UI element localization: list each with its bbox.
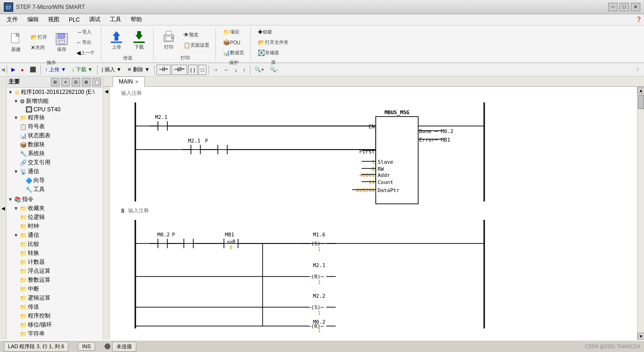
tree-item-newfunc[interactable]: ▼ ⚙ 新增功能 [7, 97, 103, 106]
tree-item-clock[interactable]: 📁 时钟 [7, 222, 103, 231]
tree-item-cpu[interactable]: 🔲 CPU ST40 [7, 106, 103, 113]
datapage-button[interactable]: 📊 数据页 [221, 48, 247, 58]
menu-plc[interactable]: PLC [64, 16, 84, 24]
tree-item-statechart[interactable]: 📊 状态图表 [7, 131, 103, 140]
zoom-out-button[interactable]: 🔍- [267, 65, 281, 75]
print-button[interactable]: 打印 [158, 27, 179, 53]
import-export-column: → 导入 ← 导出 ◀ 上一个 [74, 27, 97, 58]
tree-item-compare[interactable]: 📁 比较 [7, 240, 103, 249]
project-button[interactable]: 📁 项目 [221, 27, 247, 37]
preview-button[interactable]: 👁 预览 [181, 30, 212, 40]
sep2 [41, 65, 41, 75]
tree-item-interrupt[interactable]: 📁 中断 [7, 285, 103, 293]
string-label: 字符串 [28, 330, 45, 338]
window-controls[interactable]: ─ □ ✕ [608, 3, 640, 11]
help-btn[interactable]: ? [634, 65, 641, 75]
tree-item-counter[interactable]: 📁 计数器 [7, 258, 103, 267]
editor-content[interactable]: ◀ 输入注释 [103, 87, 644, 340]
tree-item-wizard[interactable]: 🔷 向导 [7, 176, 103, 185]
menu-file[interactable]: 文件 [2, 15, 23, 25]
new-button[interactable]: 新建 [6, 30, 26, 55]
close-button[interactable]: ✕ 关闭 [28, 43, 50, 52]
tab-main[interactable]: MAIN ✕ [113, 76, 145, 87]
tree-item-bitlogic[interactable]: 📁 位逻辑 [7, 213, 103, 222]
pause-button[interactable]: ⬛ [27, 65, 39, 75]
sidebar-btn4[interactable]: ⊠ [82, 78, 91, 86]
stop-button[interactable]: ● [18, 65, 26, 75]
contact-nc-button[interactable]: ⊣/⊢ [172, 65, 187, 75]
left-panel-toggle[interactable]: ◀ [0, 76, 7, 340]
left-panel-arrow[interactable]: ◀ [1, 67, 5, 73]
menu-help[interactable]: 帮助 [126, 15, 147, 25]
sidebar-btn1[interactable]: ⊞ [51, 78, 59, 86]
pou-button[interactable]: 📦 POU [221, 38, 247, 47]
wire-down-button[interactable]: ↓ [232, 65, 240, 75]
upload-button[interactable]: 上传 [106, 27, 127, 53]
menu-view[interactable]: 视图 [43, 15, 64, 25]
maximize-button[interactable]: □ [619, 3, 629, 11]
sidebar-btn3[interactable]: ⊟ [72, 78, 80, 86]
zoom-in-button[interactable]: 🔍+ [252, 65, 266, 75]
coil-button[interactable]: ( ) [188, 65, 198, 75]
close-button[interactable]: ✕ [631, 3, 640, 11]
upload-toolbar-button[interactable]: ↑ 上传 ▼ [43, 65, 69, 75]
scroll-down-button[interactable]: ▼ [637, 333, 644, 340]
storage-button[interactable]: 💽 存储器 [256, 48, 291, 58]
minimize-button[interactable]: ─ [608, 3, 618, 11]
table-label: 表格 [28, 339, 39, 340]
wire-up-button[interactable]: ↑ [240, 65, 248, 75]
page-setup-button[interactable]: 📋 页面设置 [181, 41, 212, 50]
tree-item-comm2[interactable]: ▼ 📁 通信 [7, 231, 103, 240]
tree-item-float[interactable]: 📁 浮点运算 [7, 267, 103, 276]
tree-item-program[interactable]: ▼ 🖥 程序1001-201612262100 (E:\ [7, 88, 103, 97]
tree-item-xref[interactable]: 🔗 交叉引用 [7, 158, 103, 167]
wire-left-button[interactable]: ← [222, 65, 231, 75]
tree-item-progblock[interactable]: ▼ 📁 程序块 [7, 113, 103, 122]
tree-item-datablock[interactable]: 📦 数据块 [7, 140, 103, 149]
sidebar-btn5[interactable]: 📋 [92, 78, 101, 86]
right-scrollbar[interactable]: ▲ ▼ [637, 87, 644, 340]
menu-debug[interactable]: 调试 [84, 15, 105, 25]
tab-close-icon[interactable]: ✕ [135, 79, 139, 84]
tree-item-transfer[interactable]: 📁 传送 [7, 302, 103, 311]
open-button[interactable]: 📂 打开 [28, 33, 50, 42]
editor-left-nav[interactable]: ◀ [103, 87, 110, 340]
open-folder-button[interactable]: 📂 打开文件夹 [256, 38, 291, 47]
run-button[interactable]: ▶ [9, 65, 17, 75]
import-button[interactable]: → 导入 [74, 27, 97, 37]
tree-item-convert[interactable]: 📁 转换 [7, 249, 103, 258]
tree-item-favorites[interactable]: ▼ 📁 收藏夹 [7, 204, 103, 213]
prev-button[interactable]: ◀ 上一个 [74, 48, 97, 58]
tree-item-instructions[interactable]: ▼ 📚 指令 [7, 195, 103, 204]
tree-item-progctrl[interactable]: 📁 程序控制 [7, 311, 103, 320]
svg-rect-10 [111, 42, 122, 43]
scroll-thumb[interactable] [638, 95, 644, 109]
delete-button[interactable]: ✕ 删除 ▼ [125, 65, 152, 75]
tree-item-tools[interactable]: 🔧 工具 [7, 185, 103, 194]
tree-item-intmath[interactable]: 📁 整数运算 [7, 276, 103, 285]
save-button[interactable]: 保存 [51, 30, 72, 55]
tree-item-sysblock[interactable]: 🔧 系统块 [7, 149, 103, 158]
tree-item-shift[interactable]: 📁 移位/循环 [7, 320, 103, 329]
tree-item-comm[interactable]: ▼ 📡 通信 [7, 167, 103, 176]
sidebar-btn2[interactable]: ≡ [61, 78, 70, 86]
export-button[interactable]: ← 导出 [74, 38, 97, 47]
download-button[interactable]: 下载 [129, 27, 149, 53]
create-button[interactable]: ✚ 创建 [256, 27, 291, 37]
menu-tools[interactable]: 工具 [105, 15, 126, 25]
scroll-track[interactable] [637, 94, 644, 333]
tree-item-symtable[interactable]: 📋 符号表 [7, 122, 103, 131]
download-toolbar-button[interactable]: ↓ 下载 ▼ [69, 65, 95, 75]
tree-item-logicop[interactable]: 📁 逻辑运算 [7, 293, 103, 302]
tree-item-string[interactable]: 📁 字符串 [7, 329, 103, 338]
comm-icon: 📡 [20, 168, 27, 175]
open-folder-icon: 📂 [258, 39, 265, 46]
contact-no-button[interactable]: ⊣⊢ [157, 65, 171, 75]
insert-button[interactable]: | 插入 ▼ [99, 65, 124, 75]
wire-right-button[interactable]: → [211, 65, 221, 75]
menu-edit[interactable]: 编辑 [23, 15, 43, 25]
progblock-icon: 📁 [20, 115, 27, 121]
tree-item-table[interactable]: 📁 表格 [7, 338, 103, 340]
block-button[interactable]: □ [198, 65, 206, 75]
scroll-up-button[interactable]: ▲ [637, 87, 644, 94]
